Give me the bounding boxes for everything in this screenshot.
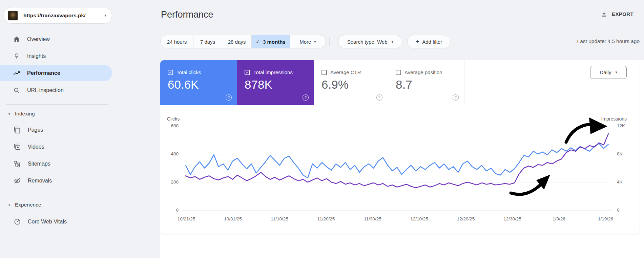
range-more-dropdown[interactable]: More▾ [290,35,326,48]
header-divider [160,32,644,32]
sitemap-icon [14,160,21,168]
site-favicon [8,10,18,21]
sidebar-section-label: Experience [15,202,41,208]
chevron-down-icon: ▾ [392,40,394,44]
download-icon [600,10,608,18]
sidebar-item-pages[interactable]: Pages [0,122,112,138]
sidebar-divider [6,104,108,105]
search-type-label: Search type: Web [347,39,388,45]
range-24-hours[interactable]: 24 hours [161,35,193,48]
caret-down-icon: ▾ [8,203,10,207]
range-7-days[interactable]: 7 days [193,35,222,48]
sidebar-item-insights[interactable]: Insights [0,48,112,64]
video-icon [14,143,21,151]
export-label: EXPORT [612,11,633,17]
filter-divider [329,37,330,46]
last-update-text: Last update: 4.5 hours ago [508,38,640,44]
plus-icon: + [416,38,419,45]
sidebar-divider [6,193,108,193]
property-selector[interactable]: https://tranzaxvapors.pk/ ▾ [3,7,112,24]
sidebar-item-url-inspection[interactable]: URL inspection [0,82,112,99]
property-url: https://tranzaxvapors.pk/ [23,13,104,19]
sidebar-item-overview[interactable]: Overview [0,31,112,47]
trending-up-icon [13,69,20,77]
pages-icon [14,126,21,134]
performance-chart [160,60,640,234]
chevron-down-icon: ▾ [314,40,316,44]
sidebar-item-performance[interactable]: Performance [0,65,112,81]
sidebar-item-label: Performance [27,70,60,76]
range-3-months[interactable]: ✓3 months [252,35,290,48]
chevron-down-icon: ▾ [104,14,106,17]
caret-down-icon: ▾ [8,112,10,116]
search-icon [13,87,20,94]
sidebar-section-label: Indexing [15,111,35,117]
export-button[interactable]: EXPORT [600,10,633,18]
add-filter-label: Add filter [422,39,442,45]
date-range-group: 24 hours 7 days 28 days ✓3 months More▾ [160,35,326,48]
search-type-filter[interactable]: Search type: Web ▾ [338,35,402,48]
sidebar-item-removals[interactable]: Removals [0,173,112,189]
home-icon [13,36,20,43]
sidebar-item-videos[interactable]: Videos [0,139,112,155]
sidebar-item-label: Pages [28,127,43,133]
sidebar-item-label: Insights [27,53,46,59]
sidebar-item-sitemaps[interactable]: Sitemaps [0,156,112,172]
sidebar-item-label: Core Web Vitals [28,219,67,225]
annotation-arrow-top [566,117,607,142]
sidebar-item-label: URL inspection [27,87,64,93]
series-line-clicks [186,144,608,178]
sidebar-item-label: Removals [28,178,52,184]
sidebar-item-label: Videos [28,144,44,150]
sidebar-section-experience[interactable]: ▾ Experience [0,198,112,212]
lightbulb-icon [13,52,20,60]
range-28-days[interactable]: 28 days [222,35,252,48]
check-icon: ✓ [256,39,260,44]
eye-off-icon [14,177,21,185]
sidebar-item-label: Sitemaps [28,161,50,167]
sidebar-item-label: Overview [27,36,50,42]
page-title: Performance [161,9,213,20]
gauge-icon [14,218,21,225]
sidebar-section-indexing[interactable]: ▾ Indexing [0,107,112,121]
add-filter-button[interactable]: + Add filter [407,35,451,48]
sidebar-item-core-web-vitals[interactable]: Core Web Vitals [0,214,112,230]
